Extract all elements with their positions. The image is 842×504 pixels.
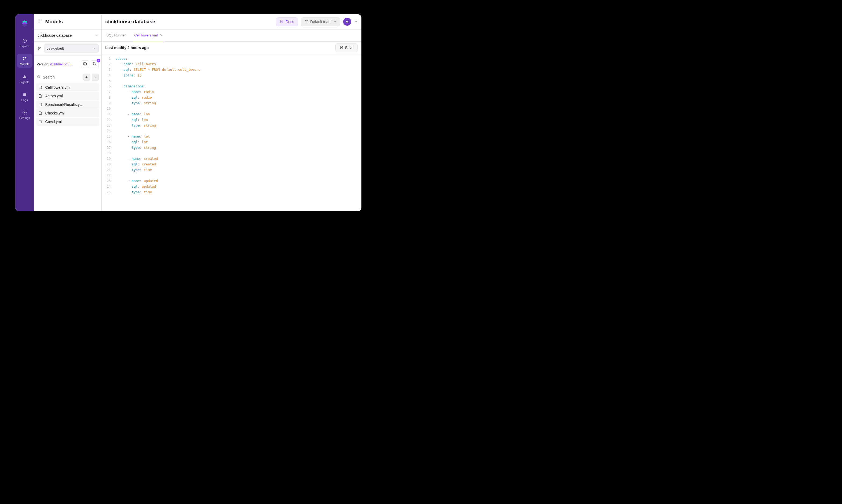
svg-rect-6 <box>25 57 26 58</box>
team-select[interactable]: Default team <box>301 17 340 26</box>
file-name: Checks.yml <box>45 111 65 115</box>
file-item-benchmarkresults[interactable]: BenchmarkResults.y… <box>36 101 99 109</box>
version-row: Version: d1bb6e45c5... 4 <box>34 55 101 71</box>
team-label: Default team <box>310 20 331 24</box>
branch-name: dev-default <box>47 47 64 50</box>
cubes-icon <box>22 56 27 61</box>
save-button[interactable]: Save <box>336 43 358 52</box>
nav-item-logs[interactable]: Logs <box>17 90 33 104</box>
branch-row: dev-default <box>34 41 101 55</box>
page-title: clickhouse database <box>105 19 273 25</box>
sidebar-header: Models <box>34 14 101 30</box>
svg-rect-8 <box>23 93 26 96</box>
file-name: BenchmarkResults.y… <box>45 103 83 107</box>
nav-item-models[interactable]: Models <box>17 54 33 68</box>
nav-label: Settings <box>19 116 30 120</box>
svg-point-13 <box>38 47 39 48</box>
kebab-icon: ⋮ <box>93 75 97 79</box>
file-icon <box>38 111 43 115</box>
svg-marker-4 <box>24 40 25 41</box>
file-icon <box>38 120 43 124</box>
file-icon <box>38 94 43 98</box>
search-icon <box>37 75 41 79</box>
version-hash[interactable]: d1bb6e45c5... <box>50 62 72 66</box>
docs-button[interactable]: Docs <box>276 17 298 26</box>
main-pane: clickhouse database Docs Default team M … <box>102 14 361 211</box>
alert-icon <box>22 74 27 79</box>
gear-icon <box>22 110 27 115</box>
svg-marker-2 <box>22 23 28 27</box>
branch-select[interactable]: dev-default <box>44 44 99 53</box>
tab-celltowers[interactable]: CellTowers.yml ✕ <box>133 30 164 41</box>
version-label: Version: d1bb6e45c5... <box>37 62 80 66</box>
search-input[interactable] <box>43 75 82 79</box>
editor-toolbar: Last modify 2 hours ago Save <box>102 41 361 54</box>
avatar[interactable]: M <box>343 18 351 26</box>
app-logo <box>21 20 29 27</box>
svg-rect-11 <box>40 19 42 21</box>
file-name: Covid.yml <box>45 120 62 124</box>
save-icon <box>83 62 87 67</box>
nav-label: Explore <box>20 44 30 48</box>
svg-point-14 <box>38 49 39 50</box>
editor-tabs: SQL Runner CellTowers.yml ✕ <box>102 30 361 41</box>
sidebar-title: Models <box>45 19 63 25</box>
chevron-down-icon <box>333 20 337 24</box>
add-button[interactable]: + <box>83 74 90 81</box>
nav-item-signals[interactable]: Signals <box>17 72 33 86</box>
code-content[interactable]: cubes: - name: CellTowers sql: SELECT * … <box>114 56 361 211</box>
last-modified: Last modify 2 hours ago <box>105 46 336 50</box>
svg-rect-7 <box>23 59 24 60</box>
svg-point-23 <box>306 20 307 21</box>
file-item-celltowers[interactable]: CellTowers.yml <box>36 83 99 91</box>
compass-icon <box>22 38 27 43</box>
file-icon <box>38 103 43 106</box>
more-button[interactable]: ⋮ <box>92 74 99 81</box>
nav-label: Signals <box>20 80 29 84</box>
topbar: clickhouse database Docs Default team M <box>102 14 361 30</box>
file-item-actors[interactable]: Actors.yml <box>36 92 99 100</box>
nav-item-settings[interactable]: Settings <box>17 108 33 122</box>
svg-rect-12 <box>38 21 40 23</box>
save-label: Save <box>345 46 354 50</box>
database-select[interactable]: clickhouse database <box>34 30 101 41</box>
svg-point-15 <box>40 47 40 48</box>
file-list: CellTowers.yml Actors.yml BenchmarkResul… <box>34 82 101 127</box>
sync-badge: 4 <box>97 59 100 62</box>
nav-label: Logs <box>21 98 28 102</box>
search-input-wrap <box>37 75 82 79</box>
file-icon <box>38 86 43 89</box>
svg-point-17 <box>37 75 40 78</box>
chevron-down-icon[interactable] <box>355 20 358 24</box>
svg-line-18 <box>39 77 40 78</box>
close-icon[interactable]: ✕ <box>160 33 163 37</box>
sidebar: Models clickhouse database dev-default V… <box>34 14 102 211</box>
file-item-covid[interactable]: Covid.yml <box>36 118 99 126</box>
svg-point-24 <box>307 20 308 21</box>
search-row: + ⋮ <box>34 71 101 82</box>
database-name: clickhouse database <box>38 33 72 38</box>
tab-sql-runner[interactable]: SQL Runner <box>105 30 127 41</box>
gutter: 1234567891011121314151617181920212223242… <box>102 56 114 211</box>
log-icon <box>22 92 27 97</box>
chevron-down-icon <box>94 33 98 38</box>
models-icon <box>38 19 43 25</box>
file-item-checks[interactable]: Checks.yml <box>36 109 99 117</box>
code-editor[interactable]: 1234567891011121314151617181920212223242… <box>102 54 361 211</box>
svg-point-16 <box>93 62 95 63</box>
database-sync-icon <box>93 62 97 67</box>
git-branch-icon <box>37 47 41 50</box>
tab-label: SQL Runner <box>106 33 126 37</box>
file-name: Actors.yml <box>45 94 63 98</box>
nav-label: Models <box>20 62 29 66</box>
sync-button[interactable]: 4 <box>91 60 99 68</box>
nav-item-explore[interactable]: Explore <box>17 36 33 50</box>
chevron-down-icon <box>93 47 96 50</box>
save-file-button[interactable] <box>81 60 89 68</box>
plus-icon: + <box>85 75 88 79</box>
save-icon <box>340 46 343 50</box>
docs-label: Docs <box>286 20 294 24</box>
svg-point-9 <box>24 112 25 113</box>
users-icon <box>305 20 308 24</box>
svg-rect-5 <box>23 57 24 58</box>
